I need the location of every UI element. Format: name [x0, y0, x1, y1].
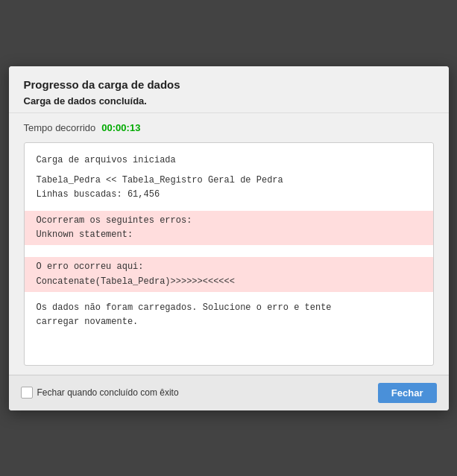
modal-subtitle: Carga de dados concluída.	[24, 95, 434, 107]
log-line-4: Os dados não foram carregados. Solucione…	[37, 301, 421, 315]
log-error-1-title: Ocorreram os seguintes erros:	[37, 214, 421, 228]
modal-body: Tempo decorrido 00:00:13 Carga de arquiv…	[9, 113, 449, 375]
log-line-1: Carga de arquivos iniciada	[37, 153, 421, 168]
modal-overlay: Progresso da carga de dados Carga de dad…	[0, 0, 457, 476]
close-button[interactable]: Fechar	[378, 383, 437, 403]
checkbox-label: Fechar quando concluído com êxito	[37, 387, 179, 398]
log-error-block-2: O erro ocorreu aqui: Concatenate(Tabela_…	[25, 257, 433, 291]
footer-left: Fechar quando concluído com êxito	[21, 387, 179, 399]
log-spacer-2	[37, 202, 421, 208]
time-label: Tempo decorrido	[24, 122, 96, 133]
log-spacer-3	[37, 248, 421, 254]
modal-footer: Fechar quando concluído com êxito Fechar	[9, 375, 449, 410]
modal-header: Progresso da carga de dados Carga de dad…	[9, 66, 449, 113]
time-value: 00:00:13	[101, 122, 140, 133]
log-error-2-title: O erro ocorreu aqui:	[37, 260, 421, 274]
log-error-block-1: Ocorreram os seguintes erros: Unknown st…	[25, 211, 433, 245]
log-spacer-1	[37, 168, 421, 174]
checkbox-box[interactable]	[21, 387, 33, 399]
log-box: Carga de arquivos iniciada Tabela_Pedra …	[24, 142, 434, 366]
log-line-3: Linhas buscadas: 61,456	[37, 188, 421, 202]
modal-dialog: Progresso da carga de dados Carga de dad…	[9, 66, 449, 410]
close-on-success-checkbox[interactable]: Fechar quando concluído com êxito	[21, 387, 179, 399]
log-error-1-detail: Unknown statement:	[37, 228, 421, 242]
log-line-2: Tabela_Pedra << Tabela_Registro Geral de…	[37, 174, 421, 188]
log-spacer-4	[37, 295, 421, 301]
time-row: Tempo decorrido 00:00:13	[24, 122, 434, 133]
log-line-5: carregar novamente.	[37, 315, 421, 329]
log-error-2-detail: Concatenate(Tabela_Pedra)>>>>>><<<<<<	[37, 275, 421, 289]
modal-title: Progresso da carga de dados	[24, 78, 434, 91]
